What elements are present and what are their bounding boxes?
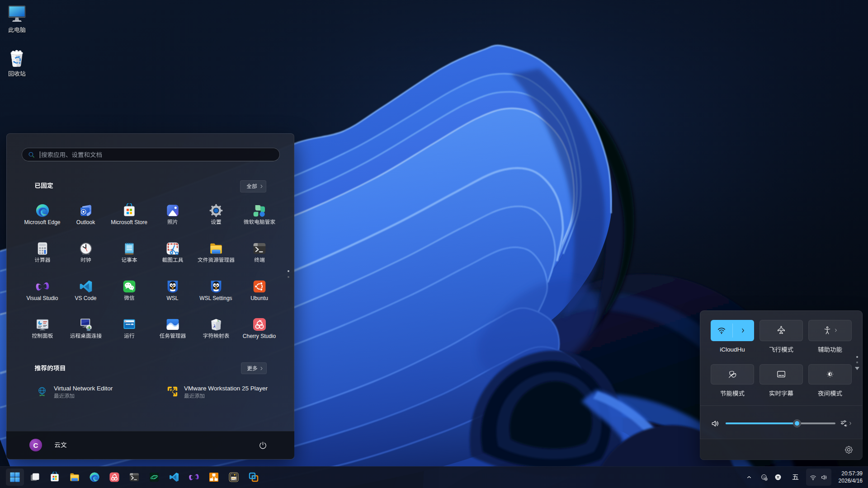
svg-text:λ: λ <box>213 323 216 328</box>
svg-text:NEXT: NEXT <box>232 478 236 479</box>
svg-text:Λ: Λ <box>217 319 219 322</box>
